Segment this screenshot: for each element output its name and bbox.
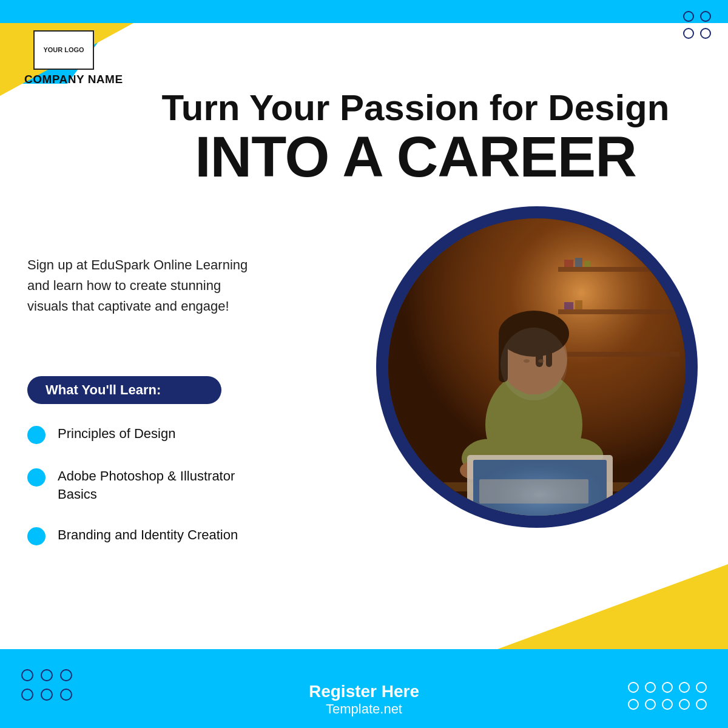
logo-box: YOUR LOGO bbox=[33, 30, 94, 70]
register-title: Register Here bbox=[309, 682, 419, 701]
list-item: Principles of Design bbox=[27, 425, 264, 444]
top-bar bbox=[0, 0, 728, 23]
canvas: YOUR LOGO COMPANY NAME Turn Your Passion… bbox=[0, 0, 728, 728]
circle-dot-tr-4 bbox=[700, 28, 711, 39]
circle-dot-tr-3 bbox=[683, 28, 694, 39]
circle-dot-bl-6 bbox=[60, 689, 72, 701]
headline-line2: INTO A CAREER bbox=[121, 128, 710, 186]
bullet-1 bbox=[27, 426, 46, 444]
circle-dot-bl-4 bbox=[21, 689, 33, 701]
learn-label: What You'll Learn: bbox=[27, 376, 221, 404]
circle-dot-br-7 bbox=[645, 699, 656, 710]
headline-line1: Turn Your Passion for Design bbox=[121, 88, 710, 128]
circle-dot-br-4 bbox=[679, 682, 690, 693]
learn-text-3: Branding and Identity Creation bbox=[58, 526, 238, 544]
circle-dot-bl-2 bbox=[41, 669, 53, 681]
learn-items: Principles of Design Adobe Photoshop & I… bbox=[27, 425, 264, 568]
circles-bottom-right bbox=[628, 682, 707, 710]
logo-text: YOUR LOGO bbox=[43, 46, 84, 54]
person-svg bbox=[388, 218, 686, 516]
circle-dot-tr-2 bbox=[700, 11, 711, 22]
circle-dot-br-8 bbox=[662, 699, 673, 710]
circle-dot-bl-3 bbox=[60, 669, 72, 681]
learn-text-2: Adobe Photoshop & Illustrator Basics bbox=[58, 467, 264, 503]
circle-dot-tr-1 bbox=[683, 11, 694, 22]
list-item: Adobe Photoshop & Illustrator Basics bbox=[27, 467, 264, 503]
circles-top-right bbox=[683, 11, 711, 39]
bullet-3 bbox=[27, 527, 46, 545]
register-section: Register Here Template.net bbox=[309, 682, 419, 717]
circles-bottom-left bbox=[21, 669, 72, 701]
image-circle-outer bbox=[376, 206, 698, 528]
image-circle-inner bbox=[388, 218, 686, 516]
bullet-2 bbox=[27, 468, 46, 487]
svg-rect-30 bbox=[388, 218, 686, 516]
circle-dot-bl-5 bbox=[41, 689, 53, 701]
yellow-accent-bottom bbox=[497, 564, 728, 649]
company-name: COMPANY NAME bbox=[24, 73, 123, 86]
circle-dot-br-10 bbox=[696, 699, 707, 710]
register-subtitle: Template.net bbox=[326, 701, 402, 716]
circle-dot-br-5 bbox=[696, 682, 707, 693]
circle-dot-bl-1 bbox=[21, 669, 33, 681]
circle-dot-br-2 bbox=[645, 682, 656, 693]
circle-dot-br-3 bbox=[662, 682, 673, 693]
circle-dot-br-9 bbox=[679, 699, 690, 710]
headline-container: Turn Your Passion for Design INTO A CARE… bbox=[121, 88, 710, 186]
list-item: Branding and Identity Creation bbox=[27, 526, 264, 545]
learn-text-1: Principles of Design bbox=[58, 425, 175, 443]
circle-dot-br-6 bbox=[628, 699, 639, 710]
circle-dot-br-1 bbox=[628, 682, 639, 693]
description: Sign up at EduSpark Online Learning and … bbox=[27, 255, 264, 317]
